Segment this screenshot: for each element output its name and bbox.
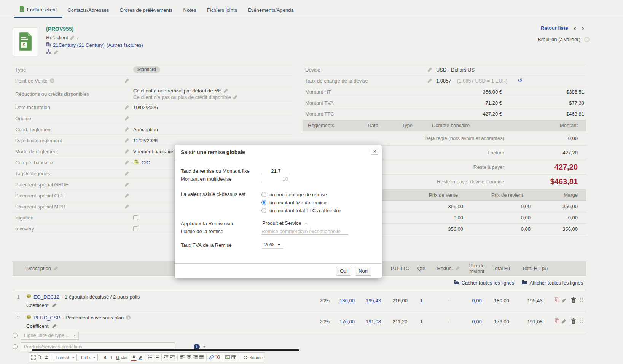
replace-icon[interactable] — [43, 354, 49, 361]
edit-payment-terms-icon[interactable] — [125, 127, 129, 132]
tab-evenements-agenda[interactable]: Événements/Agenda — [242, 4, 299, 18]
link-icon[interactable] — [209, 354, 214, 361]
clone-line-icon[interactable] — [555, 297, 559, 304]
tab-ordres-prelevements[interactable]: Ordres de prélèvements — [114, 4, 178, 18]
edit-due-date-icon[interactable] — [125, 138, 129, 143]
close-icon[interactable]: × — [371, 148, 378, 155]
edit-invoice-date-icon[interactable] — [125, 105, 129, 110]
edit-discount-icon[interactable] — [224, 89, 228, 93]
ordered-list-icon[interactable] — [147, 354, 153, 361]
drag-handle-icon[interactable] — [580, 318, 583, 324]
edit-currency-icon[interactable] — [428, 68, 432, 72]
unit-price-ht-link[interactable]: 176,00 — [339, 319, 355, 324]
tab-fichiers-joints[interactable]: Fichiers joints — [202, 4, 242, 18]
format-select[interactable]: Format▾ — [53, 354, 77, 361]
discount-vat-select[interactable]: 20% ▾ — [261, 242, 284, 249]
radio-total-ttc[interactable]: un montant total TTC à atteindre — [261, 207, 341, 214]
unit-price-ht-link[interactable]: 180,00 — [339, 298, 355, 304]
caret-down-icon[interactable]: ▾ — [203, 345, 205, 349]
product-ref-link[interactable]: PERC_CSP — [33, 315, 60, 321]
multicurrency-amount-input[interactable] — [261, 176, 290, 182]
free-line-type-select[interactable]: Ligne libre de type... ▾ — [21, 331, 79, 340]
edit-rate-icon[interactable] — [428, 79, 432, 83]
tab-notes[interactable]: Notes — [178, 4, 202, 18]
delete-line-icon[interactable] — [571, 318, 576, 325]
delete-line-icon[interactable] — [571, 297, 576, 304]
next-record-icon[interactable]: › — [582, 25, 584, 31]
back-to-list-link[interactable]: Retour liste — [541, 25, 568, 31]
edit-origin-icon[interactable] — [125, 116, 129, 121]
edit-pos-icon[interactable] — [125, 79, 129, 83]
edit-bank-account-icon[interactable] — [125, 161, 129, 165]
indent-icon[interactable] — [170, 354, 175, 361]
table-icon[interactable] — [231, 354, 237, 361]
bank-account-link[interactable]: CIC — [142, 160, 150, 165]
radio-percentage[interactable]: un pourcentage de remise — [261, 191, 341, 198]
edit-line-icon[interactable] — [562, 299, 566, 303]
drag-handle-icon[interactable] — [580, 297, 583, 304]
edit-description-col-icon[interactable] — [54, 266, 58, 270]
text-color-icon[interactable]: A — [131, 354, 137, 361]
align-center-icon[interactable] — [186, 354, 192, 361]
unit-price-currency-link[interactable]: 191,08 — [366, 319, 381, 324]
clone-line-icon[interactable] — [555, 318, 559, 324]
free-line-radio[interactable] — [13, 333, 18, 338]
highlight-icon[interactable] — [137, 354, 143, 361]
project-tree-icon[interactable] — [46, 49, 51, 55]
show-all-lines-link[interactable]: Afficher toutes les lignes — [522, 280, 583, 286]
italic-icon[interactable]: I — [108, 354, 114, 361]
discount-rate-input[interactable] — [261, 168, 290, 174]
edit-mpr-icon[interactable] — [125, 205, 129, 209]
radio-icon[interactable] — [261, 192, 266, 197]
edit-payment-mode-icon[interactable] — [125, 149, 129, 154]
edit-line-icon[interactable] — [562, 319, 566, 324]
recovery-checkbox[interactable] — [133, 226, 138, 231]
product-ref-link[interactable]: EG_DEC12 — [33, 294, 59, 300]
refresh-rate-icon[interactable]: ↺ — [518, 77, 523, 84]
qty-link[interactable]: 1 — [420, 298, 422, 304]
edit-credit-icon[interactable] — [233, 95, 237, 99]
bold-icon[interactable]: B — [102, 354, 108, 361]
maximize-icon[interactable] — [30, 354, 36, 361]
edit-coefficient-icon[interactable] — [52, 303, 56, 307]
unordered-list-icon[interactable] — [154, 354, 159, 361]
radio-fixed-amount[interactable]: un montant fixe de remise — [261, 199, 341, 206]
company-link[interactable]: 21Century (21 Century) — [53, 42, 105, 48]
align-right-icon[interactable] — [193, 354, 198, 361]
unit-price-currency-link[interactable]: 195,43 — [366, 298, 381, 304]
draft-status-icon — [584, 37, 590, 42]
previous-record-icon[interactable]: ‹ — [574, 25, 576, 31]
litigation-checkbox[interactable] — [133, 215, 138, 220]
strikethrough-icon[interactable]: abc — [121, 354, 127, 361]
edit-reduc-col-icon[interactable] — [456, 266, 460, 270]
radio-selected-icon[interactable] — [261, 200, 266, 205]
tab-facture-client[interactable]: $ Facture client — [14, 3, 62, 18]
edit-coefficient-icon[interactable] — [52, 324, 56, 328]
no-button[interactable]: Non — [355, 267, 371, 276]
edit-customer-ref-icon[interactable] — [70, 35, 75, 40]
edit-cee-icon[interactable] — [125, 194, 129, 198]
cost-price-link[interactable]: 0,00 — [472, 298, 481, 304]
image-icon[interactable] — [225, 354, 231, 361]
outdent-icon[interactable] — [163, 354, 169, 361]
yes-button[interactable]: Oui — [336, 267, 351, 276]
font-size-select[interactable]: Taille▾ — [78, 354, 98, 361]
predefined-product-radio[interactable] — [13, 344, 18, 349]
discount-label-input[interactable] — [261, 229, 348, 235]
justify-icon[interactable] — [199, 354, 204, 361]
unlink-icon[interactable] — [215, 354, 221, 361]
cost-price-link[interactable]: 0,00 — [472, 319, 481, 324]
tab-contacts[interactable]: Contacts/Adresses — [62, 4, 114, 18]
edit-project-icon[interactable] — [54, 50, 58, 54]
qty-link[interactable]: 1 — [420, 319, 422, 324]
edit-tags-icon[interactable] — [125, 172, 129, 176]
underline-icon[interactable]: U — [115, 354, 121, 361]
edit-grdf-icon[interactable] — [125, 183, 129, 187]
apply-discount-select[interactable]: Produit et Service ▾ — [261, 220, 309, 227]
company-note-link[interactable]: (Autres factures) — [107, 42, 143, 48]
hide-all-lines-link[interactable]: Cacher toutes les lignes — [454, 280, 515, 286]
align-left-icon[interactable] — [180, 354, 185, 361]
source-button[interactable]: Source — [243, 355, 263, 360]
radio-icon[interactable] — [261, 208, 266, 213]
find-icon[interactable] — [37, 354, 43, 361]
